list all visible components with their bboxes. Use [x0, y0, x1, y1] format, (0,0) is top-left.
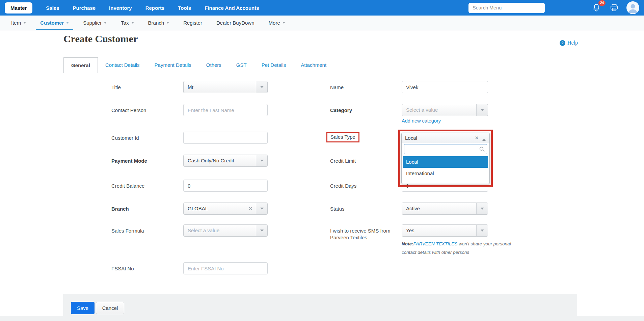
credit-balance-input[interactable]: [183, 180, 268, 192]
tab-general[interactable]: General: [63, 57, 98, 73]
sales-type-open-dropdown: Local ✕ Local International: [401, 133, 490, 184]
top-navbar: Master Sales Purchase Inventory Reports …: [0, 0, 644, 16]
sales-type-highlight-box: Local ✕ Local International: [398, 130, 493, 187]
nav-master[interactable]: Master: [5, 2, 32, 14]
subnav-more[interactable]: More: [264, 16, 290, 30]
help-link[interactable]: ? Help: [560, 40, 578, 46]
sms-optin-select[interactable]: Yes: [402, 224, 488, 237]
branch-select[interactable]: GLOBAL ✕: [183, 203, 268, 215]
subnav-tax[interactable]: Tax: [116, 16, 138, 30]
form-left-column: Title Mr Contact Person Customer Id Paym…: [63, 81, 323, 279]
branch-label: Branch: [111, 203, 183, 224]
status-label: Status: [330, 203, 402, 224]
chevron-down-icon: [66, 22, 69, 25]
print-button[interactable]: [610, 3, 619, 12]
sales-type-select[interactable]: Local ✕: [402, 133, 489, 143]
tab-pet-details[interactable]: Pet Details: [254, 57, 294, 73]
option-local[interactable]: Local: [403, 156, 488, 168]
nav-reports[interactable]: Reports: [145, 5, 165, 11]
subnav-dealer-buydown[interactable]: Dealer BuyDown: [212, 16, 259, 30]
dropdown-options: Local International: [403, 156, 488, 179]
clear-icon[interactable]: ✕: [475, 133, 479, 143]
credit-limit-label: Credit Limit: [330, 155, 402, 180]
nav-finance-accounts[interactable]: Finance And Accounts: [205, 5, 259, 11]
dropdown-arrow-icon[interactable]: [256, 81, 267, 93]
chevron-down-icon: [283, 22, 285, 25]
notification-badge: 24: [598, 0, 606, 6]
payment-mode-select[interactable]: Cash Only/No Credit: [183, 155, 268, 167]
sales-formula-label: Sales Formula: [111, 224, 183, 262]
search-icon: [479, 146, 485, 154]
dropdown-search-input[interactable]: [404, 144, 487, 154]
sales-type-label-highlight: Sales Type: [326, 132, 359, 142]
tab-others[interactable]: Others: [199, 57, 229, 73]
user-avatar[interactable]: [626, 1, 639, 14]
option-international[interactable]: International: [403, 168, 488, 179]
form-action-bar: Save Cancel: [63, 294, 577, 316]
sales-formula-select[interactable]: Select a value: [183, 224, 268, 237]
chevron-down-icon: [104, 22, 107, 25]
chevron-down-icon: [23, 22, 26, 25]
customer-id-label: Customer Id: [111, 132, 183, 155]
page-bottom-strip: [0, 316, 644, 321]
nav-tools[interactable]: Tools: [178, 5, 191, 11]
name-label: Name: [330, 81, 402, 104]
nav-purchase[interactable]: Purchase: [73, 5, 96, 11]
contact-person-label: Contact Person: [111, 104, 183, 132]
app-screen: Master Sales Purchase Inventory Reports …: [0, 0, 644, 321]
dropdown-search: [404, 144, 487, 154]
credit-balance-label: Credit Balance: [111, 180, 183, 203]
form-tabs: General Contact Details Payment Details …: [63, 57, 577, 73]
payment-mode-label: Payment Mode: [111, 155, 183, 180]
sms-note: Note:PARVEEN TEXTILES won’t share your p…: [402, 240, 518, 257]
tab-payment-details[interactable]: Payment Details: [147, 57, 199, 73]
subnav-item: Item: [7, 16, 30, 30]
cancel-button[interactable]: Cancel: [96, 302, 124, 314]
category-select[interactable]: Select a value: [402, 104, 488, 116]
notifications-button[interactable]: 24: [592, 3, 601, 13]
title-select[interactable]: Mr: [183, 81, 268, 93]
help-icon: ?: [560, 40, 565, 46]
dropdown-arrow-icon[interactable]: [476, 104, 488, 116]
customer-id-input[interactable]: [183, 132, 268, 144]
subnav-supplier[interactable]: Supplier: [79, 16, 111, 30]
module-navbar: Item Customer Supplier Tax Branch Regist…: [0, 16, 644, 30]
dropdown-arrow-icon[interactable]: [256, 203, 267, 214]
dropdown-arrow-icon[interactable]: [256, 225, 267, 236]
page-title: Create Customer: [63, 33, 138, 45]
contact-person-input[interactable]: [183, 104, 268, 116]
dropdown-arrow-icon[interactable]: [256, 155, 267, 166]
fssai-no-input[interactable]: [183, 262, 268, 274]
name-input[interactable]: [402, 81, 488, 93]
person-icon: [626, 1, 639, 14]
title-label: Title: [111, 81, 183, 104]
subnav-branch[interactable]: Branch: [144, 16, 174, 30]
subnav-customer[interactable]: Customer: [36, 16, 73, 30]
tab-attachment[interactable]: Attachment: [293, 57, 334, 73]
dropdown-arrow-icon[interactable]: [476, 225, 488, 236]
credit-days-label: Credit Days: [330, 180, 402, 203]
nav-inventory[interactable]: Inventory: [109, 5, 132, 11]
category-label: Category: [330, 104, 402, 132]
nav-sales[interactable]: Sales: [46, 5, 59, 11]
status-select[interactable]: Active: [402, 203, 488, 215]
chevron-down-icon: [131, 22, 134, 25]
chevron-up-icon: [482, 137, 486, 141]
chevron-down-icon: [166, 22, 169, 25]
sales-type-label: Sales Type: [330, 134, 355, 140]
subnav-register[interactable]: Register: [179, 16, 207, 30]
clear-icon[interactable]: ✕: [248, 203, 252, 214]
fssai-no-label: FSSAI No: [111, 262, 183, 279]
tab-contact-details[interactable]: Contact Details: [98, 57, 147, 73]
add-new-category-link[interactable]: Add new category: [402, 118, 441, 124]
dropdown-arrow-icon[interactable]: [476, 203, 488, 214]
bell-icon: [592, 8, 601, 14]
topbar-right-group: 24: [468, 1, 639, 14]
text-cursor: [407, 146, 407, 152]
save-button[interactable]: Save: [71, 302, 95, 314]
sms-optin-label: I wish to receive SMS from Parveen Texti…: [330, 224, 402, 262]
search-menu-input[interactable]: [468, 3, 545, 13]
tab-gst[interactable]: GST: [229, 57, 254, 73]
printer-icon: [610, 7, 619, 13]
